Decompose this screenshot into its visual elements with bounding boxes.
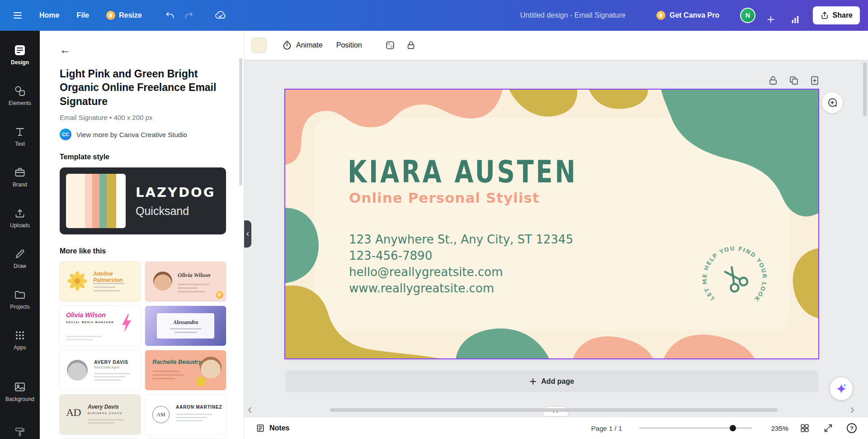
page-color-swatch[interactable] xyxy=(251,38,267,53)
object-toolbar: Animate Position xyxy=(244,31,868,60)
redo-button[interactable] xyxy=(179,6,198,25)
sidebar-item-elements[interactable]: Elements xyxy=(0,75,40,116)
account-avatar[interactable]: N xyxy=(740,8,755,23)
resize-button[interactable]: ♛ Resize xyxy=(100,6,148,24)
help-button[interactable]: ? xyxy=(844,421,859,435)
template-thumbnail[interactable]: AVERY DAVIS Real Estate Agent xyxy=(60,350,141,390)
vertical-scrollbar[interactable] xyxy=(863,62,867,116)
magic-assistant-button[interactable] xyxy=(830,377,853,400)
design-address[interactable]: 123 Anywhere St., Any City, ST 12345 xyxy=(349,231,573,248)
sidebar-item-apps[interactable]: Apps xyxy=(0,320,40,360)
lock-page-icon[interactable] xyxy=(768,75,778,86)
scroll-left-arrow[interactable] xyxy=(247,407,253,413)
cloud-save-status-button[interactable] xyxy=(210,5,230,25)
file-menu-button[interactable]: File xyxy=(71,7,95,24)
sidebar-item-brand[interactable]: Brand xyxy=(0,157,40,197)
panel-scrollbar[interactable] xyxy=(239,58,242,186)
share-button[interactable]: Share xyxy=(813,6,860,24)
home-button[interactable]: Home xyxy=(33,7,65,24)
lock-button[interactable] xyxy=(402,36,420,54)
thumbnail-subtitle: Real Estate Agent xyxy=(94,366,119,369)
template-thumbnail[interactable]: AM AARON MARTINEZ xyxy=(145,395,226,434)
get-canva-pro-button[interactable]: ♛ Get Canva Pro xyxy=(656,6,719,24)
sidebar-item-partial[interactable] xyxy=(0,412,40,439)
zoom-slider-thumb[interactable] xyxy=(730,425,736,431)
template-thumbnail[interactable]: AD Avery Davis BUSINESS COACH xyxy=(60,395,141,434)
design-icon xyxy=(14,44,26,56)
design-email[interactable]: hello@reallygreatsite.com xyxy=(349,264,573,280)
panel-collapse-handle[interactable] xyxy=(244,220,251,248)
profile-photo xyxy=(200,357,222,378)
sidebar-item-projects[interactable]: Projects xyxy=(0,279,40,320)
animate-button[interactable]: Animate xyxy=(277,36,328,54)
share-label: Share xyxy=(833,11,853,19)
placeholder-lines xyxy=(94,371,130,381)
design-website[interactable]: www.reallygreatsite.com xyxy=(349,280,573,296)
comment-button[interactable] xyxy=(822,92,843,113)
back-button[interactable]: ← xyxy=(60,43,74,57)
design-name-text[interactable]: KIARA AUSTEN xyxy=(348,154,578,190)
redo-icon xyxy=(184,10,194,20)
comment-plus-icon xyxy=(827,97,838,108)
canvas-area[interactable]: KIARA AUSTEN Online Personal Stylist 123… xyxy=(244,60,868,417)
sidebar-item-text[interactable]: Text xyxy=(0,116,40,157)
add-page-button[interactable]: Add page xyxy=(285,370,818,392)
help-icon: ? xyxy=(847,423,857,433)
zoom-value[interactable]: 235% xyxy=(767,425,788,432)
share-icon xyxy=(820,11,829,20)
undo-button[interactable] xyxy=(160,6,179,25)
position-button[interactable]: Position xyxy=(331,37,368,53)
template-thumbnail[interactable]: Rachelle Beaudry xyxy=(145,350,226,390)
document-title[interactable]: Untitled design - Email Signature xyxy=(505,11,641,19)
duplicate-page-icon[interactable] xyxy=(788,75,799,86)
apps-grid-icon xyxy=(14,329,26,341)
background-image-icon xyxy=(14,381,26,393)
chevron-left-icon xyxy=(245,232,250,236)
template-thumbnail[interactable]: Olivia Wilson ♛ xyxy=(145,262,226,301)
design-phone[interactable]: 123-456-7890 xyxy=(349,248,573,264)
add-team-member-button[interactable] xyxy=(761,10,780,29)
sidebar-item-label: Background xyxy=(5,396,34,402)
template-style-card[interactable]: LAZYDOG Quicksand xyxy=(60,167,226,234)
design-contact-block[interactable]: 123 Anywhere St., Any City, ST 12345 123… xyxy=(349,231,573,296)
horizontal-scrollbar[interactable] xyxy=(330,408,778,412)
creator-attribution-link[interactable]: CC View more by Canva Creative Studio xyxy=(60,129,227,140)
sidebar-item-uploads[interactable]: Uploads xyxy=(0,197,40,238)
notes-label: Notes xyxy=(269,424,289,432)
editor-sidebar-rail: Design Elements Text Brand Uploads Draw … xyxy=(0,31,40,439)
more-like-this-heading: More like this xyxy=(60,247,227,255)
design-page[interactable]: KIARA AUSTEN Online Personal Stylist 123… xyxy=(285,90,818,358)
template-details-panel: ← Light Pink and Green Bright Organic On… xyxy=(40,31,244,439)
secondary-font-name: Quicksand xyxy=(136,205,215,218)
fullscreen-button[interactable] xyxy=(821,421,835,435)
sidebar-item-background[interactable]: Background xyxy=(0,371,40,412)
file-label: File xyxy=(76,11,89,19)
template-thumbnail[interactable]: Olivia Wilson SOCIAL MEDIA MANAGER xyxy=(60,306,141,346)
circular-text-badge[interactable]: LET ME HELP YOU FIND YOUR LOOK xyxy=(697,240,773,316)
thumbnail-name: Rachelle Beaudry xyxy=(152,358,202,365)
sidebar-item-design[interactable]: Design xyxy=(0,34,40,75)
placeholder-line xyxy=(170,328,202,329)
template-thumbnail[interactable]: Adeline Palmerston xyxy=(60,262,141,301)
add-page-icon[interactable] xyxy=(809,75,820,86)
folder-icon xyxy=(14,289,26,301)
svg-text:LET ME HELP YOU FIND YOUR LOOK: LET ME HELP YOU FIND YOUR LOOK xyxy=(701,245,769,303)
design-role-text[interactable]: Online Personal Stylist xyxy=(349,190,540,206)
status-bar: Notes Page 1 / 1 235% ? xyxy=(244,417,868,439)
template-thumbnail[interactable]: Alessandra xyxy=(145,306,226,346)
scroll-right-arrow[interactable] xyxy=(849,407,855,413)
sidebar-item-label: Brand xyxy=(13,181,27,188)
text-icon xyxy=(14,126,26,138)
notes-button[interactable]: Notes xyxy=(256,424,289,433)
placeholder-lines xyxy=(93,281,125,291)
zoom-slider[interactable] xyxy=(639,427,752,429)
thumbnail-name: AVERY DAVIS xyxy=(94,359,128,365)
email-signature-design[interactable]: KIARA AUSTEN Online Personal Stylist 123… xyxy=(285,90,818,358)
insights-button[interactable] xyxy=(786,10,805,29)
transparency-button[interactable] xyxy=(381,36,399,54)
draw-pencil-icon xyxy=(14,248,26,260)
grid-view-button[interactable] xyxy=(797,421,812,435)
main-menu-button[interactable] xyxy=(8,6,27,25)
resize-label: Resize xyxy=(119,11,142,19)
sidebar-item-draw[interactable]: Draw xyxy=(0,238,40,279)
